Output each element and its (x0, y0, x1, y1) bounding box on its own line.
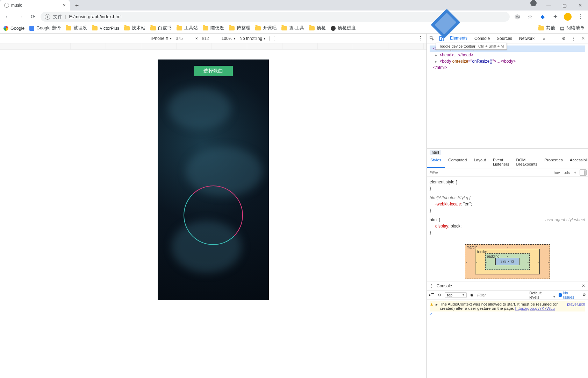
bookmark-folder[interactable]: VictorPlus (92, 26, 119, 31)
console-filter-input[interactable] (477, 293, 526, 297)
translate-icon[interactable]: 文A (512, 12, 522, 22)
reload-button[interactable]: ⟳ (28, 12, 38, 22)
stab-accessibility[interactable]: Accessibility (566, 156, 588, 168)
bookmark-star-icon[interactable]: ☆ (525, 12, 535, 22)
maximize-button[interactable]: ▢ (557, 0, 572, 10)
chrome-menu-icon[interactable]: ⋮ (575, 12, 585, 22)
issues-badge[interactable]: No Issues (559, 291, 579, 299)
minimize-button[interactable]: — (541, 0, 557, 10)
browser-tab[interactable]: music × (0, 0, 70, 10)
dom-node-body[interactable]: <body onresize="onResize()">…</body> (435, 58, 585, 64)
bookmark-folder[interactable]: 质检 (309, 25, 326, 31)
bookmark-folder[interactable]: 待整理 (229, 25, 250, 31)
close-tab-icon[interactable]: × (63, 2, 66, 8)
folder-icon (281, 26, 287, 30)
tab-console[interactable]: Console (471, 34, 493, 43)
rule-element-style[interactable]: element.style { } (430, 179, 585, 193)
device-toolbar-menu-icon[interactable]: ⋮ (417, 35, 424, 42)
drawer-tab-console[interactable]: Console (437, 284, 452, 288)
dom-node-head[interactable]: <head>…</head> (435, 52, 585, 58)
visualizer-ring (184, 186, 243, 245)
devtools-indicator-icon[interactable]: ◆ (538, 12, 547, 22)
avatar[interactable] (563, 12, 573, 22)
zoom-select[interactable]: 100% (222, 36, 236, 41)
bookmark-folder[interactable]: 白皮书 (150, 25, 172, 31)
extensions-icon[interactable]: ✦ (550, 12, 560, 22)
new-tab-button[interactable]: + (73, 1, 81, 10)
folder-icon (92, 26, 98, 30)
bookmark-other[interactable]: 其他 (538, 25, 555, 31)
address-url: E:/music-graph/index.html (69, 14, 121, 19)
profile-chip-icon[interactable] (530, 0, 537, 6)
rule-html-attributes[interactable]: html[Attributes Style] { -webkit-locale:… (430, 195, 585, 215)
close-window-button[interactable]: ✕ (572, 0, 588, 10)
styles-rules[interactable]: element.style { } html[Attributes Style]… (427, 177, 588, 241)
box-model[interactable]: margin - - - border - - - padding - - - … (427, 241, 588, 281)
dom-breadcrumb[interactable]: html (427, 148, 588, 156)
back-button[interactable]: ← (3, 12, 13, 22)
bookmark-folder[interactable]: 被埋没 (66, 25, 87, 31)
bookmark-google[interactable]: Google (3, 26, 24, 31)
bookmark-folder[interactable]: 衷-工具 (281, 25, 304, 31)
stab-eventlisteners[interactable]: Event Listeners (489, 156, 513, 168)
drawer-menu-icon[interactable]: ⋮ (430, 284, 434, 288)
cls-toggle[interactable]: .cls (562, 170, 572, 175)
tab-sources[interactable]: Sources (493, 34, 516, 43)
console-sidebar-icon[interactable]: ▸☰ (429, 293, 435, 297)
rule-user-agent[interactable]: user agent stylesheet html { display: bl… (430, 217, 585, 237)
device-select[interactable]: iPhone X (151, 36, 172, 41)
bookmark-gtranslate[interactable]: Google 翻译 (29, 25, 61, 31)
clear-console-icon[interactable]: ⊘ (438, 293, 441, 297)
toggle-sidebar-icon[interactable] (580, 169, 587, 176)
console-prompt[interactable]: > (430, 312, 585, 316)
dimension-separator: × (195, 36, 198, 41)
dom-node-html-close[interactable]: </html> (433, 64, 585, 71)
warning-doc-link[interactable]: https://goo.gl/7K7WLu (515, 306, 555, 310)
emulated-page[interactable]: 选择歌曲 (158, 59, 269, 300)
tab-network[interactable]: Network (516, 34, 538, 43)
device-emulation-pane: iPhone X 375 × 812 100% No throttling ⋮ … (0, 34, 426, 378)
select-song-button[interactable]: 选择歌曲 (194, 66, 233, 76)
devtools-menu-icon[interactable]: ⋮ (568, 34, 578, 43)
new-rule-button[interactable]: + (572, 170, 578, 175)
tab-elements[interactable]: Elements (446, 34, 471, 43)
stab-styles[interactable]: Styles (427, 156, 445, 168)
site-info-icon[interactable]: i (45, 14, 50, 20)
device-width-input[interactable]: 375 (176, 36, 191, 41)
stab-computed[interactable]: Computed (445, 156, 470, 168)
console-warning-row[interactable]: ▲ ▸ The AudioContext was not allowed to … (430, 301, 585, 312)
live-expression-icon[interactable]: ◉ (470, 293, 474, 297)
device-height-input[interactable]: 812 (202, 36, 217, 41)
forward-button[interactable]: → (15, 12, 25, 22)
bookmark-folder[interactable]: 开课吧 (255, 25, 277, 31)
devtools-settings-icon[interactable]: ⚙ (559, 34, 568, 43)
rotate-icon[interactable] (270, 36, 275, 41)
bookmark-folder[interactable]: 工具站 (177, 25, 198, 31)
console-toolbar: ▸☰ ⊘ top ◉ Default levels No Issues ⚙ (427, 290, 588, 300)
hov-toggle[interactable]: :hov (551, 170, 562, 175)
folder-icon (229, 26, 235, 30)
warning-source-link[interactable]: player.js:8 (567, 302, 585, 310)
tabs-overflow[interactable]: » (539, 34, 549, 43)
bookmarks-bar: Google Google 翻译 被埋没 VictorPlus 技术站 白皮书 … (0, 23, 588, 34)
tab-title: music (11, 3, 22, 8)
stab-dombreakpoints[interactable]: DOM Breakpoints (513, 156, 541, 168)
stab-properties[interactable]: Properties (541, 156, 566, 168)
dom-tree[interactable]: ···<html lang="en"> == $0 <head>…</head>… (427, 43, 588, 148)
favicon (4, 3, 9, 8)
console-context-select[interactable]: top (445, 292, 467, 298)
console-settings-icon[interactable]: ⚙ (582, 293, 586, 297)
stab-layout[interactable]: Layout (470, 156, 489, 168)
bookmark-folder[interactable]: 随便逛 (203, 25, 224, 31)
throttle-select[interactable]: No throttling (239, 36, 265, 41)
bookmark-folder[interactable]: 技术站 (124, 25, 145, 31)
reading-list[interactable]: ▤阅读清单 (560, 25, 585, 31)
console-output[interactable]: ▲ ▸ The AudioContext was not allowed to … (427, 300, 588, 317)
log-levels-select[interactable]: Default levels (529, 291, 555, 299)
devtools-close-icon[interactable]: ✕ (578, 34, 588, 43)
inspect-element-icon[interactable] (427, 34, 437, 43)
styles-filter-input[interactable] (427, 170, 551, 175)
rule-source: user agent stylesheet (545, 217, 585, 223)
drawer-close-icon[interactable]: ✕ (582, 284, 585, 288)
bookmark-progress[interactable]: 质检进度 (331, 25, 356, 31)
